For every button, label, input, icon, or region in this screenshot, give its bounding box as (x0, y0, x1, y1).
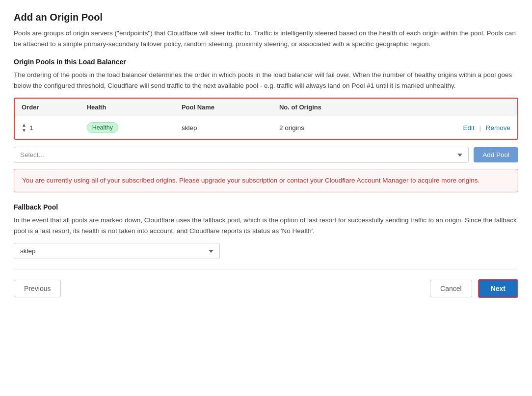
intro-text: Pools are groups of origin servers ("end… (14, 28, 518, 49)
warning-text: You are currently using all of your subs… (22, 175, 510, 186)
pool-table-wrapper: Order Health Pool Name No. of Origins ▲ … (14, 98, 518, 140)
cancel-button[interactable]: Cancel (430, 280, 472, 297)
pool-name-cell: sklep (175, 116, 272, 139)
order-cell: ▲ ▼ 1 (15, 116, 80, 139)
pool-select[interactable]: Select... (14, 147, 469, 163)
col-num-origins: No. of Origins (272, 99, 389, 116)
page-title: Add an Origin Pool (14, 12, 518, 23)
arrow-down-icon[interactable]: ▼ (22, 128, 27, 133)
fallback-section: Fallback Pool In the event that all pool… (14, 203, 518, 259)
origin-pools-section-title: Origin Pools in this Load Balancer (14, 58, 518, 66)
col-actions (389, 99, 517, 116)
fallback-section-title: Fallback Pool (14, 203, 518, 211)
action-separator: | (479, 124, 481, 132)
origin-pools-section-desc: The ordering of the pools in the load ba… (14, 70, 518, 91)
footer-divider (14, 269, 518, 269)
fallback-section-desc: In the event that all pools are marked d… (14, 215, 518, 236)
col-pool-name: Pool Name (175, 99, 272, 116)
remove-link[interactable]: Remove (486, 124, 510, 132)
footer-right: Cancel Next (430, 279, 518, 298)
pool-table-body: ▲ ▼ 1 Healthy sklep 2 origins Edit | Rem… (15, 116, 517, 139)
arrow-up-icon[interactable]: ▲ (22, 122, 27, 128)
pool-table-header: Order Health Pool Name No. of Origins (15, 99, 517, 116)
footer: Previous Cancel Next (14, 279, 518, 298)
table-row: ▲ ▼ 1 Healthy sklep 2 origins Edit | Rem… (15, 116, 517, 139)
actions-cell: Edit | Remove (389, 116, 517, 139)
order-number: 1 (29, 124, 33, 132)
col-health: Health (80, 99, 175, 116)
health-cell: Healthy (80, 116, 175, 139)
origin-pools-section: Origin Pools in this Load Balancer The o… (14, 58, 518, 91)
edit-link[interactable]: Edit (463, 124, 474, 132)
warning-box: You are currently using all of your subs… (14, 169, 518, 192)
col-order: Order (15, 99, 80, 116)
add-pool-button[interactable]: Add Pool (474, 147, 518, 162)
next-button[interactable]: Next (478, 279, 518, 298)
health-badge: Healthy (87, 122, 118, 133)
fallback-pool-select[interactable]: sklep (14, 243, 220, 259)
select-add-row: Select... Add Pool (14, 147, 518, 163)
order-arrows[interactable]: ▲ ▼ (22, 122, 27, 133)
previous-button[interactable]: Previous (14, 280, 61, 297)
pool-table: Order Health Pool Name No. of Origins ▲ … (15, 99, 517, 139)
num-origins-cell: 2 origins (272, 116, 389, 139)
